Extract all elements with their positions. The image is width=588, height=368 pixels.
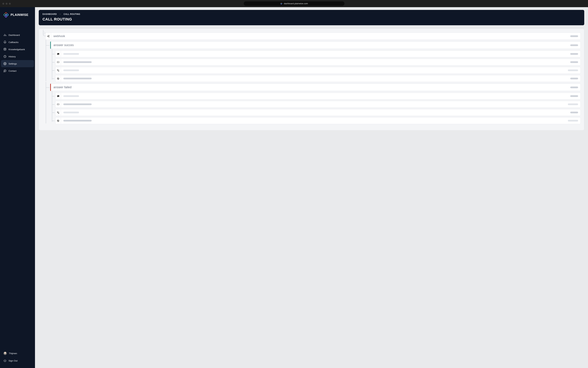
flow-step-row[interactable]: [55, 67, 581, 74]
traffic-light-zoom[interactable]: [9, 3, 11, 5]
flow-step-row[interactable]: [55, 101, 581, 108]
sidebar-item-label: Knowledgebank: [9, 48, 25, 51]
flow-step-card[interactable]: [61, 67, 581, 74]
clock-icon: [3, 55, 7, 58]
placeholder-pill: [568, 69, 578, 71]
sidebar: PLAINWISE Dashboard Callbacks Knowledgeb…: [0, 7, 35, 368]
sign-out-button[interactable]: Sign Out: [1, 357, 34, 364]
sign-out-label: Sign Out: [9, 359, 18, 362]
flow-branch-card[interactable]: answer succes: [51, 41, 581, 49]
svg-point-7: [58, 54, 58, 54]
svg-point-12: [59, 96, 59, 96]
sidebar-item-contact[interactable]: Contact: [1, 67, 34, 74]
placeholder-line: [63, 120, 92, 121]
flow-step-row[interactable]: [55, 59, 581, 65]
sidebar-item-history[interactable]: History: [1, 53, 34, 60]
svg-point-10: [58, 96, 58, 96]
placeholder-pill: [570, 78, 578, 79]
chat-bubble-icon: [55, 51, 61, 57]
flow-step-list: [55, 93, 581, 126]
placeholder-line: [63, 112, 79, 113]
bell-icon: [3, 41, 7, 44]
flow-branch-label: answer failed: [54, 85, 72, 89]
flow-step-card[interactable]: [61, 93, 581, 100]
user-profile[interactable]: Thijmen: [1, 350, 34, 357]
flow-step-row[interactable]: [55, 51, 581, 57]
share-icon: [46, 33, 51, 40]
flow-branch-card[interactable]: answer failed: [51, 84, 581, 91]
placeholder-line: [63, 78, 92, 79]
placeholder-pill: [570, 53, 578, 55]
flow-branch: answer failed: [50, 84, 581, 126]
svg-point-11: [58, 96, 58, 96]
flow-branch-row[interactable]: answer succes: [50, 41, 581, 49]
svg-point-3: [47, 36, 48, 37]
sidebar-item-label: Callbacks: [9, 41, 18, 44]
traffic-light-close[interactable]: [2, 3, 4, 5]
sidebar-item-settings[interactable]: Settings: [1, 60, 34, 67]
user-name: Thijmen: [9, 352, 17, 355]
flow-step-row[interactable]: [55, 109, 581, 116]
phone-forward-icon: [55, 67, 61, 74]
sidebar-item-knowledgebank[interactable]: Knowledgebank: [1, 46, 34, 53]
flow-root-label: webhook: [54, 35, 65, 38]
flow-step-card[interactable]: [61, 59, 581, 65]
page-header: DASHBOARD CALL ROUTING CALL ROUTING: [39, 10, 584, 25]
flow-root-row[interactable]: webhook: [46, 33, 581, 40]
flow-step-row[interactable]: [55, 75, 581, 82]
flow-step-card[interactable]: [61, 117, 581, 124]
placeholder-line: [63, 103, 92, 105]
url-bar[interactable]: dashboard.plainwise.com: [244, 1, 344, 6]
sidebar-item-label: Contact: [9, 70, 17, 72]
svg-point-8: [59, 54, 59, 54]
url-text: dashboard.plainwise.com: [284, 2, 308, 5]
flow-step-card[interactable]: [61, 51, 581, 57]
browser-chrome: dashboard.plainwise.com: [0, 0, 588, 7]
breadcrumb-item[interactable]: DASHBOARD: [43, 13, 57, 15]
code-braces-icon: [55, 59, 61, 65]
sidebar-nav: Dashboard Callbacks Knowledgebank Histor…: [0, 31, 35, 74]
placeholder-pill: [568, 103, 578, 105]
chevron-right-icon: [59, 13, 61, 15]
placeholder-line: [63, 95, 79, 97]
flow-branch-row[interactable]: answer failed: [50, 84, 581, 91]
database-icon: [3, 48, 7, 51]
flow-branch: answer succes: [50, 41, 581, 84]
chat-icon: [3, 69, 7, 72]
svg-point-6: [58, 54, 58, 54]
flow-tree: webhook answer succesanswer failed: [42, 33, 581, 126]
page-title: CALL ROUTING: [43, 17, 580, 21]
placeholder-pill: [570, 61, 578, 63]
placeholder-line: [63, 69, 79, 71]
flow-step-card[interactable]: [61, 109, 581, 116]
ban-icon: [55, 75, 61, 82]
sidebar-item-label: Settings: [9, 63, 17, 65]
flow-step-row[interactable]: [55, 93, 581, 100]
svg-point-0: [4, 48, 6, 49]
svg-point-4: [49, 35, 49, 36]
flow-step-card[interactable]: [61, 75, 581, 82]
brand-name: PLAINWISE: [10, 13, 28, 17]
flow-root-card[interactable]: webhook: [51, 33, 581, 40]
placeholder-pill: [570, 112, 578, 113]
placeholder-pill: [570, 35, 578, 37]
flow-panel: webhook answer succesanswer failed: [39, 29, 584, 130]
placeholder-pill: [570, 95, 578, 97]
flow-step-row[interactable]: [55, 117, 581, 124]
svg-point-5: [49, 37, 49, 37]
placeholder-line: [63, 53, 79, 55]
brand-logo[interactable]: PLAINWISE: [0, 10, 35, 23]
sidebar-item-callbacks[interactable]: Callbacks: [1, 38, 34, 46]
code-braces-icon: [55, 101, 61, 108]
ban-icon: [55, 117, 61, 124]
breadcrumb-item[interactable]: CALL ROUTING: [64, 13, 80, 15]
sidebar-item-dashboard[interactable]: Dashboard: [1, 31, 34, 38]
gear-icon: [3, 62, 7, 65]
flow-step-card[interactable]: [61, 101, 581, 108]
sidebar-item-label: Dashboard: [9, 34, 20, 36]
placeholder-pill: [570, 44, 578, 46]
power-icon: [3, 359, 7, 362]
traffic-light-minimize[interactable]: [6, 3, 8, 5]
brand-mark-icon: [3, 12, 9, 18]
flow-branch-label: answer succes: [54, 43, 74, 47]
